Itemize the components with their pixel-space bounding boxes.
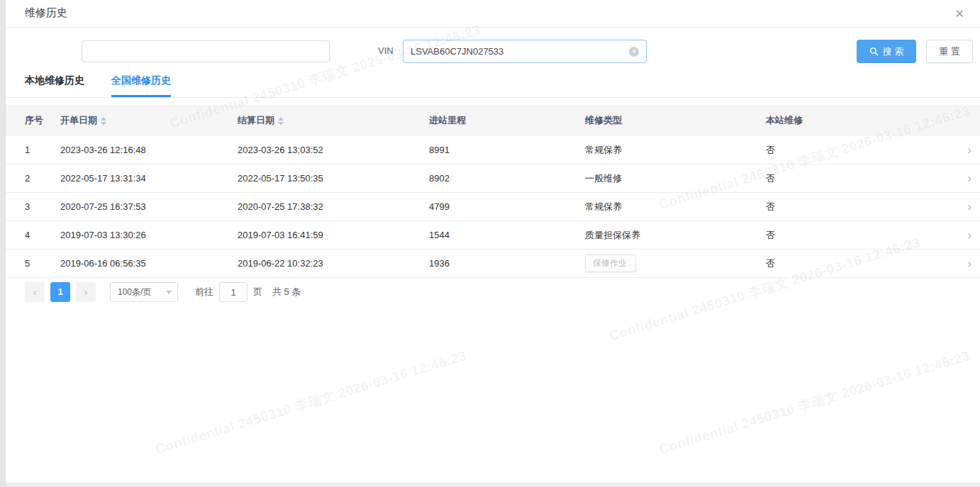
search-icon [869,47,879,56]
repair-history-table: 序号 开单日期 结算日期 进站里程 维修类型 本站维修 1 2023-03-26… [6,105,980,278]
cell-no: 2 [25,173,60,184]
table-header-row: 序号 开单日期 结算日期 进站里程 维修类型 本站维修 [6,105,980,136]
cell-open-date: 2019-07-03 13:30:26 [60,230,238,240]
total-count-label: 共 5 条 [272,286,301,298]
vin-label: VIN [378,45,394,56]
cell-mileage: 1544 [429,230,585,240]
vin-input-wrap: ✕ [403,40,647,63]
cell-no: 3 [25,201,60,212]
history-tabs: 本地维修历史 全国维修历史 [25,74,171,97]
cell-settle-date: 2023-03-26 13:03:52 [238,145,429,155]
chevron-right-icon[interactable]: › [967,228,971,242]
cell-open-date: 2020-07-25 16:37:53 [60,201,238,212]
cell-no: 5 [25,258,60,269]
page-unit-label: 页 [253,286,262,298]
keyword-input[interactable] [82,40,330,62]
table-row[interactable]: 3 2020-07-25 16:37:53 2020-07-25 17:38:3… [6,193,980,221]
cell-open-date: 2023-03-26 12:16:48 [60,145,238,155]
chevron-right-icon[interactable]: › [967,257,971,270]
cell-local: 否 [766,144,953,157]
cell-local: 否 [766,257,953,270]
sort-icon[interactable] [101,117,106,125]
chevron-down-icon [166,291,172,294]
cell-type: 常规保养 [585,144,766,157]
cell-settle-date: 2022-05-17 13:50:35 [238,173,429,184]
search-button-label: 搜 索 [883,45,904,58]
cell-mileage: 8991 [429,145,585,155]
prev-page-button[interactable]: ‹ [25,282,45,302]
reset-button[interactable]: 重 置 [926,40,973,63]
next-page-button[interactable]: › [76,282,96,302]
sort-icon[interactable] [278,117,284,125]
col-header-no: 序号 [25,114,60,127]
page-number-current[interactable]: 1 [50,282,70,302]
table-row[interactable]: 1 2023-03-26 12:16:48 2023-03-26 13:03:5… [6,136,980,164]
vin-input[interactable] [411,46,629,57]
tabs-divider [6,97,980,98]
cell-open-date: 2022-05-17 13:31:34 [60,173,238,184]
pagination: ‹ 1 › 100条/页 前往 页 共 5 条 [25,282,301,302]
cell-type: 质量担保保养 [585,229,766,242]
cell-type: 常规保养 [585,201,766,213]
page-title: 维修历史 [25,6,67,20]
col-header-settle-date-label: 结算日期 [238,115,274,125]
cell-no: 4 [25,230,60,240]
col-header-type: 维修类型 [585,114,766,127]
close-icon[interactable]: ✕ [951,6,969,22]
watermark-text: Confidential 2450310 李瑞文 2026-03-16 12:4… [657,347,972,459]
page-edge-bottom [6,482,980,487]
cell-settle-date: 2020-07-25 17:38:32 [238,201,429,212]
cell-settle-date: 2019-07-03 16:41:59 [238,230,429,240]
page-edge-left [0,0,6,487]
cell-mileage: 8902 [429,173,585,184]
search-button[interactable]: 搜 索 [857,40,916,63]
cell-local: 否 [766,229,953,242]
col-header-local: 本站维修 [766,114,953,127]
col-header-mileage: 进站里程 [429,114,585,127]
cell-mileage: 1936 [429,258,585,269]
table-row[interactable]: 2 2022-05-17 13:31:34 2022-05-17 13:50:3… [6,164,980,193]
cell-open-date: 2019-06-16 06:56:35 [60,258,238,269]
clear-icon[interactable]: ✕ [629,47,639,57]
cell-type: 保修作业 [585,254,636,272]
cell-type: 一般维修 [585,172,766,185]
cell-settle-date: 2019-06-22 10:32:23 [238,258,429,269]
repair-history-modal: Confidential 2450310 李瑞文 2026-03-16 12:4… [0,0,980,487]
cell-no: 1 [25,145,60,155]
table-row[interactable]: 4 2019-07-03 13:30:26 2019-07-03 16:41:5… [6,221,980,250]
page-size-value: 100条/页 [118,286,151,298]
cell-mileage: 4799 [429,201,585,212]
goto-page-input[interactable] [219,282,247,302]
goto-label: 前往 [195,286,213,298]
col-header-open-date[interactable]: 开单日期 [60,114,238,127]
chevron-right-icon[interactable]: › [967,200,971,213]
col-header-settle-date[interactable]: 结算日期 [238,114,429,127]
chevron-right-icon[interactable]: › [967,172,971,185]
cell-local: 否 [766,201,953,213]
watermark-text: Confidential 2450310 李瑞文 2026-03-16 12:4… [153,347,469,459]
cell-local: 否 [766,172,953,185]
page-size-select[interactable]: 100条/页 [110,282,178,302]
tab-local-history[interactable]: 本地维修历史 [25,74,84,97]
tab-national-history[interactable]: 全国维修历史 [111,74,171,97]
col-header-open-date-label: 开单日期 [60,115,97,125]
chevron-right-icon[interactable]: › [967,143,971,157]
table-row[interactable]: 5 2019-06-16 06:56:35 2019-06-22 10:32:2… [6,250,980,278]
header-divider [6,27,980,28]
